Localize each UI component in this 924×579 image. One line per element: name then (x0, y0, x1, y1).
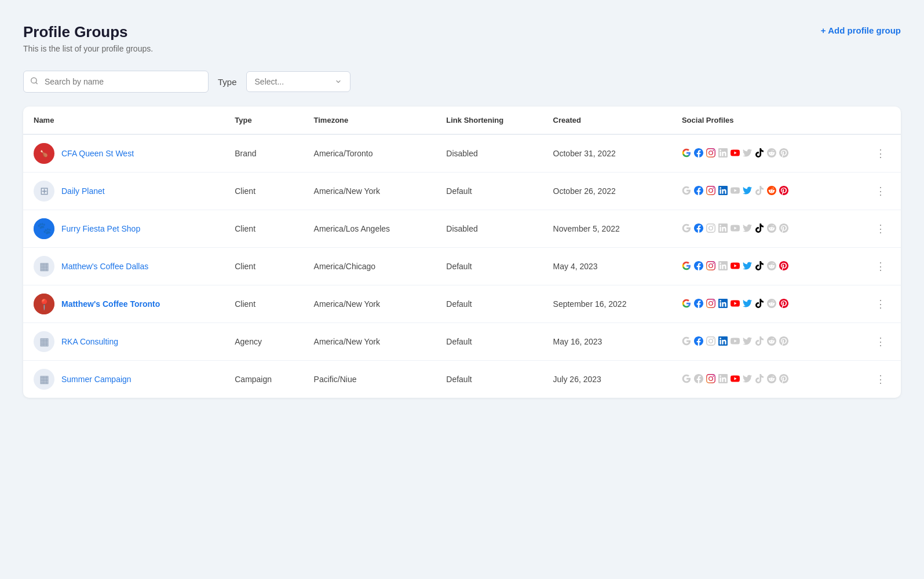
facebook-icon[interactable] (694, 261, 703, 272)
search-icon (30, 77, 38, 87)
tiktok-icon[interactable] (755, 148, 764, 159)
linkedin-icon[interactable] (718, 374, 728, 385)
link-shortening-cell: Disabled (436, 134, 542, 173)
google-icon[interactable] (682, 299, 691, 310)
google-icon[interactable] (682, 374, 691, 385)
profile-name-link[interactable]: Matthew's Coffee Toronto (61, 299, 160, 309)
tiktok-icon[interactable] (755, 299, 764, 310)
youtube-icon[interactable] (731, 299, 740, 310)
actions-cell: ⋮ (845, 361, 901, 398)
profile-name-link[interactable]: Matthew's Coffee Dallas (61, 262, 148, 271)
pinterest-icon[interactable] (779, 299, 788, 310)
pinterest-icon[interactable] (779, 336, 788, 347)
linkedin-icon[interactable] (718, 336, 728, 347)
more-actions-button[interactable]: ⋮ (871, 333, 890, 350)
more-actions-button[interactable]: ⋮ (871, 145, 890, 162)
reddit-icon[interactable] (767, 374, 776, 385)
instagram-icon[interactable] (706, 374, 715, 385)
twitter-icon[interactable] (743, 186, 752, 197)
reddit-icon[interactable] (767, 336, 776, 347)
pinterest-icon[interactable] (779, 148, 788, 159)
linkedin-icon[interactable] (718, 223, 728, 234)
pinterest-icon[interactable] (779, 261, 788, 272)
type-cell: Client (224, 173, 303, 210)
google-icon[interactable] (682, 261, 691, 272)
filter-bar: Type Select... (23, 71, 901, 93)
twitter-icon[interactable] (743, 336, 752, 347)
instagram-icon[interactable] (706, 148, 715, 159)
table-row: ⊞Daily PlanetClientAmerica/New YorkDefau… (23, 173, 901, 210)
reddit-icon[interactable] (767, 186, 776, 197)
tiktok-icon[interactable] (755, 261, 764, 272)
twitter-icon[interactable] (743, 374, 752, 385)
instagram-icon[interactable] (706, 223, 715, 234)
youtube-icon[interactable] (731, 261, 740, 272)
youtube-icon[interactable] (731, 148, 740, 159)
pinterest-icon[interactable] (779, 186, 788, 197)
created-cell: May 4, 2023 (543, 248, 671, 285)
linkedin-icon[interactable] (718, 261, 728, 272)
more-actions-button[interactable]: ⋮ (871, 295, 890, 313)
facebook-icon[interactable] (694, 374, 703, 385)
profile-name-link[interactable]: Summer Campaign (61, 375, 132, 384)
google-icon[interactable] (682, 186, 691, 197)
youtube-icon[interactable] (731, 374, 740, 385)
svg-text:🐾: 🐾 (37, 221, 52, 235)
more-actions-button[interactable]: ⋮ (871, 220, 890, 237)
linkedin-icon[interactable] (718, 299, 728, 310)
reddit-icon[interactable] (767, 148, 776, 159)
profile-name-link[interactable]: CFA Queen St West (61, 149, 134, 158)
tiktok-icon[interactable] (755, 374, 764, 385)
facebook-icon[interactable] (694, 148, 703, 159)
facebook-icon[interactable] (694, 186, 703, 197)
google-icon[interactable] (682, 223, 691, 234)
pinterest-icon[interactable] (779, 223, 788, 234)
table-row: 🐾Furry Fiesta Pet ShopClientAmerica/Los … (23, 210, 901, 248)
type-cell: Brand (224, 134, 303, 173)
more-actions-button[interactable]: ⋮ (871, 182, 890, 200)
created-cell: September 16, 2022 (543, 285, 671, 323)
instagram-icon[interactable] (706, 336, 715, 347)
timezone-cell: America/New York (304, 285, 436, 323)
instagram-icon[interactable] (706, 299, 715, 310)
type-cell: Campaign (224, 361, 303, 398)
twitter-icon[interactable] (743, 261, 752, 272)
profile-name-link[interactable]: RKA Consulting (61, 337, 118, 346)
youtube-icon[interactable] (731, 336, 740, 347)
twitter-icon[interactable] (743, 299, 752, 310)
page-subtitle: This is the list of your profile groups. (23, 44, 153, 53)
tiktok-icon[interactable] (755, 223, 764, 234)
link-shortening-cell: Disabled (436, 210, 542, 248)
search-input[interactable] (23, 71, 209, 93)
instagram-icon[interactable] (706, 261, 715, 272)
tiktok-icon[interactable] (755, 186, 764, 197)
profile-name-link[interactable]: Daily Planet (61, 186, 105, 196)
reddit-icon[interactable] (767, 223, 776, 234)
name-cell: 🍗CFA Queen St West (23, 134, 224, 173)
google-icon[interactable] (682, 148, 691, 159)
facebook-icon[interactable] (694, 223, 703, 234)
table-header-row: Name Type Timezone Link Shortening Creat… (23, 107, 901, 134)
add-profile-group-button[interactable]: + Add profile group (821, 23, 901, 35)
more-actions-button[interactable]: ⋮ (871, 371, 890, 388)
profile-name-link[interactable]: Furry Fiesta Pet Shop (61, 224, 140, 233)
timezone-cell: America/Los Angeles (304, 210, 436, 248)
youtube-icon[interactable] (731, 186, 740, 197)
tiktok-icon[interactable] (755, 336, 764, 347)
table-row: ▦RKA ConsultingAgencyAmerica/New YorkDef… (23, 323, 901, 361)
google-icon[interactable] (682, 336, 691, 347)
reddit-icon[interactable] (767, 261, 776, 272)
facebook-icon[interactable] (694, 336, 703, 347)
linkedin-icon[interactable] (718, 148, 728, 159)
pinterest-icon[interactable] (779, 374, 788, 385)
linkedin-icon[interactable] (718, 186, 728, 197)
youtube-icon[interactable] (731, 223, 740, 234)
twitter-icon[interactable] (743, 148, 752, 159)
instagram-icon[interactable] (706, 186, 715, 197)
type-select-dropdown[interactable]: Select... (246, 71, 350, 92)
facebook-icon[interactable] (694, 299, 703, 310)
reddit-icon[interactable] (767, 299, 776, 310)
twitter-icon[interactable] (743, 223, 752, 234)
more-actions-button[interactable]: ⋮ (871, 258, 890, 275)
name-cell: 📍Matthew's Coffee Toronto (23, 285, 224, 323)
